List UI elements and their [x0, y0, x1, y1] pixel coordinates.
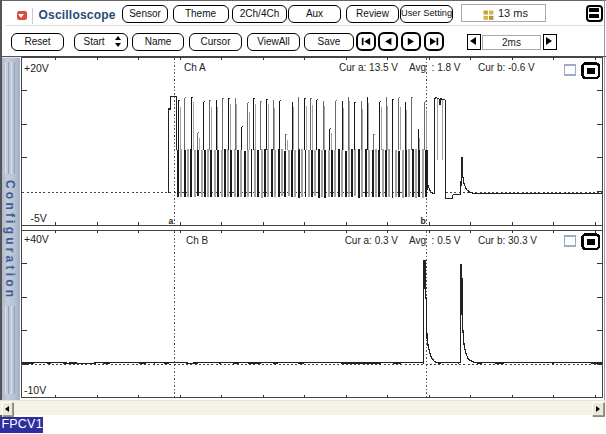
svg-text:Avg : 0.5 V: Avg : 0.5 V: [409, 235, 461, 246]
svg-text:-5V: -5V: [31, 212, 47, 224]
svg-text:Ch A: Ch A: [184, 62, 206, 73]
svg-text:Cur b: 30.3 V: Cur b: 30.3 V: [478, 235, 537, 246]
svg-text:-10V: -10V: [24, 384, 46, 396]
svg-text:Cur b: -0.6 V: Cur b: -0.6 V: [478, 62, 535, 73]
svg-text:Avg : 1.8 V: Avg : 1.8 V: [409, 62, 461, 73]
svg-text:+40V: +40V: [24, 233, 49, 245]
svg-text:a: a: [169, 216, 174, 226]
svg-text:Ch B: Ch B: [186, 235, 209, 246]
svg-text:b: b: [421, 216, 426, 226]
svg-text:Cur a: 13.5 V: Cur a: 13.5 V: [339, 62, 398, 73]
svg-text:Cur a: 0.3 V: Cur a: 0.3 V: [345, 235, 399, 246]
svg-text:+20V: +20V: [24, 62, 49, 74]
